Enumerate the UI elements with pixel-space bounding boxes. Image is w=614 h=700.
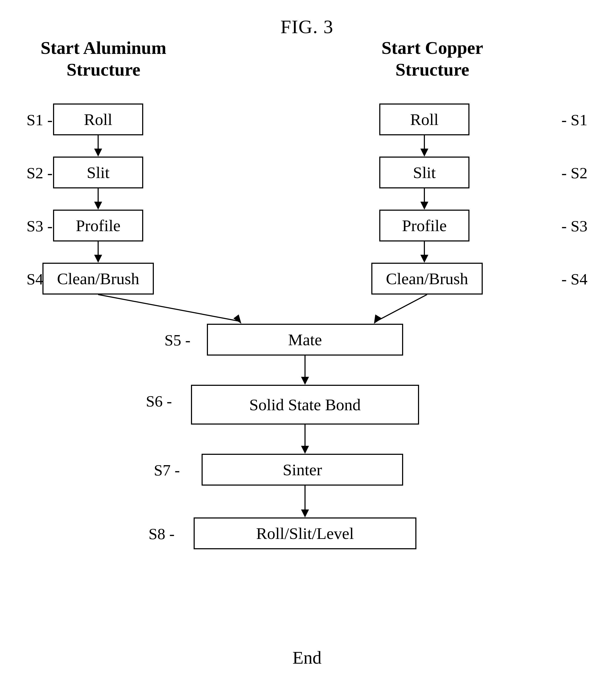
- right-s2-label: - S2: [562, 164, 588, 182]
- svg-marker-7: [233, 314, 241, 324]
- svg-marker-1: [94, 149, 102, 157]
- svg-marker-11: [420, 202, 428, 210]
- svg-marker-15: [374, 314, 382, 324]
- svg-line-6: [98, 295, 239, 321]
- figure-title: FIG. 3: [0, 16, 614, 38]
- left-s4-box: Clean/Brush: [42, 263, 154, 295]
- svg-marker-5: [94, 255, 102, 263]
- right-column-header: Start Copper Structure: [366, 37, 499, 80]
- end-label: End: [0, 647, 614, 668]
- right-s4-box: Clean/Brush: [371, 263, 483, 295]
- right-s1-box: Roll: [379, 103, 470, 135]
- svg-marker-21: [301, 510, 309, 517]
- right-s1-label: - S1: [562, 111, 588, 129]
- svg-marker-9: [420, 149, 428, 157]
- s8-label: S8 -: [149, 525, 175, 543]
- left-column-header: Start Aluminum Structure: [37, 37, 170, 80]
- s5-box: Mate: [207, 324, 403, 355]
- left-s2-box: Slit: [53, 157, 143, 188]
- left-s3-box: Profile: [53, 210, 143, 241]
- right-s4-label: - S4: [562, 270, 588, 288]
- s5-label: S5 -: [164, 331, 190, 349]
- s6-label: S6 -: [146, 392, 172, 411]
- s7-label: S7 -: [154, 461, 180, 479]
- svg-marker-3: [94, 202, 102, 210]
- s8-box: Roll/Slit/Level: [194, 517, 417, 549]
- s7-box: Sinter: [202, 454, 403, 486]
- left-s1-label: S1 -: [26, 111, 52, 129]
- svg-marker-13: [420, 255, 428, 263]
- s6-box: Solid State Bond: [191, 385, 419, 425]
- svg-marker-17: [301, 377, 309, 385]
- right-s3-box: Profile: [379, 210, 470, 241]
- left-s1-box: Roll: [53, 103, 143, 135]
- right-s3-label: - S3: [562, 217, 588, 235]
- right-s2-box: Slit: [379, 157, 470, 188]
- left-s2-label: S2 -: [26, 164, 52, 182]
- left-s3-label: S3 -: [26, 217, 52, 235]
- svg-marker-19: [301, 446, 309, 454]
- svg-line-14: [376, 295, 427, 321]
